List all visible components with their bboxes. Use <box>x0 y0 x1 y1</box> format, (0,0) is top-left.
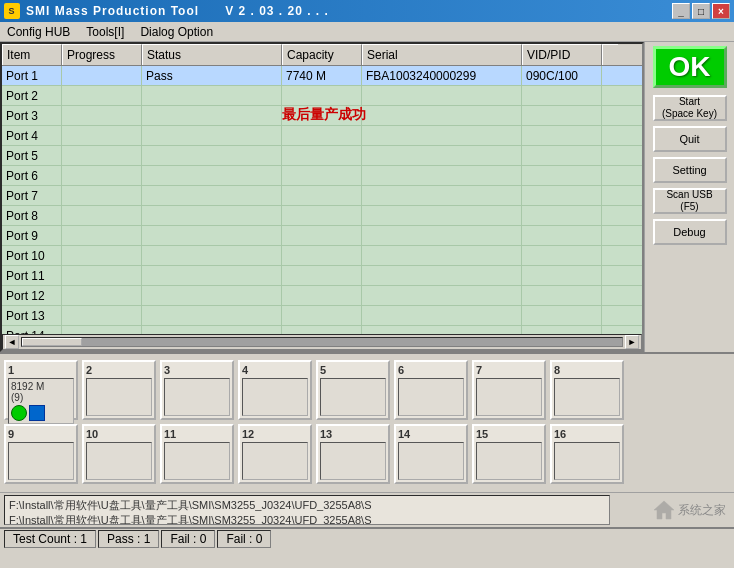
menu-tools[interactable]: Tools[I] <box>83 24 127 40</box>
port-grid-section: 1 8192 M(9) 2 3 4 5 6 <box>0 352 734 492</box>
table-row[interactable]: Port 7 <box>2 186 642 206</box>
scan-usb-button[interactable]: Scan USB (F5) <box>653 188 727 214</box>
port-inner-7 <box>476 378 542 416</box>
setting-button[interactable]: Setting <box>653 157 727 183</box>
cell-item: Port 4 <box>2 126 62 145</box>
table-row[interactable]: Port 9 <box>2 226 642 246</box>
menu-dialog-option[interactable]: Dialog Option <box>137 24 216 40</box>
cell-status <box>142 226 282 245</box>
cell-vidpid <box>522 166 602 185</box>
port-num-6: 6 <box>398 364 404 376</box>
cell-item: Port 2 <box>2 86 62 105</box>
port-inner-10 <box>86 442 152 480</box>
table-row[interactable]: Port 1 Pass 7740 M FBA1003240000299 090C… <box>2 66 642 86</box>
port-1-content: 8192 M(9) <box>9 379 73 423</box>
port-num-7: 7 <box>476 364 482 376</box>
port-cell-11[interactable]: 11 <box>160 424 234 484</box>
cell-progress <box>62 146 142 165</box>
port-cell-16[interactable]: 16 <box>550 424 624 484</box>
cell-status <box>142 286 282 305</box>
cell-serial <box>362 126 522 145</box>
port-cell-13[interactable]: 13 <box>316 424 390 484</box>
port-cell-6[interactable]: 6 <box>394 360 468 420</box>
port-cell-8[interactable]: 8 <box>550 360 624 420</box>
port-inner-12 <box>242 442 308 480</box>
cell-item: Port 12 <box>2 286 62 305</box>
col-vidpid: VID/PID <box>522 44 602 65</box>
debug-button[interactable]: Debug <box>653 219 727 245</box>
cell-vidpid <box>522 246 602 265</box>
cell-status <box>142 86 282 105</box>
title-bar-left: S SMI Mass Production Tool V 2 . 03 . 20… <box>4 3 329 19</box>
status-pass-1: Pass : 1 <box>98 530 159 548</box>
port-cell-1[interactable]: 1 8192 M(9) <box>4 360 78 420</box>
table-row[interactable]: Port 6 <box>2 166 642 186</box>
port-cell-3[interactable]: 3 <box>160 360 234 420</box>
table-row[interactable]: Port 14 <box>2 326 642 334</box>
table-row[interactable]: Port 11 <box>2 266 642 286</box>
scroll-thumb[interactable] <box>22 338 82 346</box>
port-cell-12[interactable]: 12 <box>238 424 312 484</box>
port-num-5: 5 <box>320 364 326 376</box>
scroll-left-btn[interactable]: ◄ <box>5 335 19 349</box>
maximize-button[interactable]: □ <box>692 3 710 19</box>
cell-serial <box>362 226 522 245</box>
port-num-11: 11 <box>164 428 176 440</box>
cell-progress <box>62 186 142 205</box>
content-area: Item Progress Status Capacity Serial VID… <box>0 42 734 568</box>
table-row[interactable]: Port 5 <box>2 146 642 166</box>
horizontal-scrollbar[interactable]: ◄ ► <box>2 334 642 350</box>
port-cell-4[interactable]: 4 <box>238 360 312 420</box>
port-cell-10[interactable]: 10 <box>82 424 156 484</box>
port-cell-15[interactable]: 15 <box>472 424 546 484</box>
cell-serial <box>362 286 522 305</box>
cell-status <box>142 326 282 334</box>
cell-item: Port 5 <box>2 146 62 165</box>
cell-progress <box>62 326 142 334</box>
cell-progress <box>62 266 142 285</box>
port-grid-row-1: 1 8192 M(9) 2 3 4 5 6 <box>4 360 730 420</box>
port-cell-5[interactable]: 5 <box>316 360 390 420</box>
cell-capacity <box>282 266 362 285</box>
port-num-15: 15 <box>476 428 488 440</box>
scroll-track[interactable] <box>21 337 623 347</box>
port-num-13: 13 <box>320 428 332 440</box>
status-fail-1: Fail : 0 <box>161 530 215 548</box>
port-cell-9[interactable]: 9 <box>4 424 78 484</box>
minimize-button[interactable]: _ <box>672 3 690 19</box>
cell-serial <box>362 86 522 105</box>
table-row[interactable]: Port 8 <box>2 206 642 226</box>
table-row[interactable]: Port 13 <box>2 306 642 326</box>
cell-progress <box>62 306 142 325</box>
cell-vidpid <box>522 306 602 325</box>
cell-vidpid <box>522 266 602 285</box>
cell-item: Port 14 <box>2 326 62 334</box>
svg-marker-0 <box>654 501 674 519</box>
app-version: V 2 . 03 . 20 . . . <box>225 4 329 18</box>
port-cell-7[interactable]: 7 <box>472 360 546 420</box>
port-inner-13 <box>320 442 386 480</box>
table-row[interactable]: Port 12 <box>2 286 642 306</box>
house-icon <box>652 498 676 522</box>
close-button[interactable]: × <box>712 3 730 19</box>
port-num-9: 9 <box>8 428 14 440</box>
table-row[interactable]: Port 2 <box>2 86 642 106</box>
table-row[interactable]: Port 10 <box>2 246 642 266</box>
log-area: F:\Install\常用软件\U盘工具\量产工具\SMI\SM3255_J03… <box>4 495 610 525</box>
col-scroll-header <box>602 44 618 65</box>
scroll-right-btn[interactable]: ► <box>625 335 639 349</box>
port-inner-6 <box>398 378 464 416</box>
cell-serial <box>362 106 522 125</box>
start-button[interactable]: Start (Space Key) <box>653 95 727 121</box>
table-row[interactable]: Port 4 <box>2 126 642 146</box>
menu-config-hub[interactable]: Config HUB <box>4 24 73 40</box>
table-body: Port 1 Pass 7740 M FBA1003240000299 090C… <box>2 66 642 334</box>
cell-status <box>142 146 282 165</box>
cell-progress <box>62 126 142 145</box>
port-cell-14[interactable]: 14 <box>394 424 468 484</box>
port-cell-2[interactable]: 2 <box>82 360 156 420</box>
port-inner-3 <box>164 378 230 416</box>
quit-button[interactable]: Quit <box>653 126 727 152</box>
cell-capacity <box>282 246 362 265</box>
ok-button[interactable]: OK <box>653 46 727 88</box>
